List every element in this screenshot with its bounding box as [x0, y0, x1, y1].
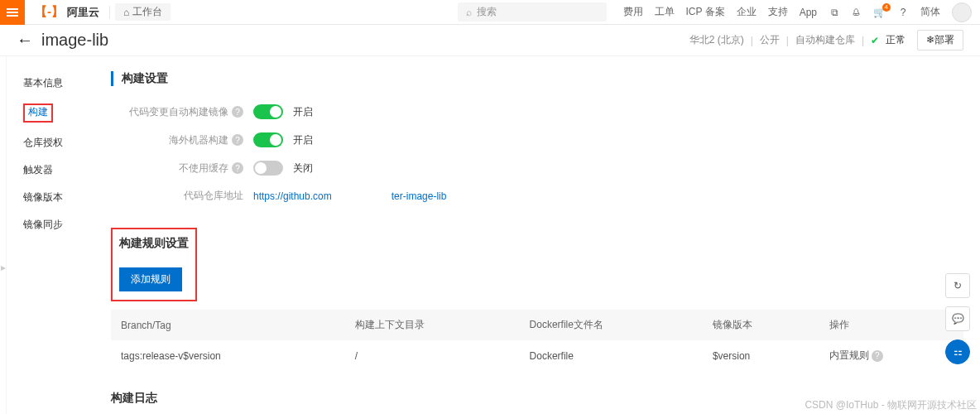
- help-icon[interactable]: ?: [232, 106, 243, 118]
- search-input[interactable]: ⌕ 搜索: [458, 2, 607, 22]
- apps-button[interactable]: ⚏: [945, 339, 970, 364]
- link-enterprise[interactable]: 企业: [737, 5, 757, 19]
- col-dockerfile: Dockerfile文件名: [520, 310, 703, 340]
- workbench-link[interactable]: ⌂ 工作台: [115, 3, 171, 21]
- drawer-handle[interactable]: ▸: [0, 56, 7, 414]
- deploy-button[interactable]: ❄部署: [917, 30, 963, 51]
- col-version: 镜像版本: [703, 310, 819, 340]
- setting-row-nocache: 不使用缓存? 关闭: [111, 154, 963, 182]
- toggle-autobuild[interactable]: [253, 104, 283, 119]
- help-icon[interactable]: ?: [872, 350, 883, 362]
- search-placeholder: 搜索: [477, 5, 497, 19]
- sidenav-item-sync[interactable]: 镜像同步: [23, 211, 98, 238]
- brand-text: 阿里云: [67, 5, 99, 20]
- state-nocache: 关闭: [293, 161, 313, 176]
- sidenav-item-trigger[interactable]: 触发器: [23, 156, 98, 184]
- floating-buttons: ↻ 💬 ⚏: [945, 273, 970, 364]
- cell-action: 内置规则 ?: [819, 340, 964, 371]
- toggle-overseas[interactable]: [253, 132, 283, 147]
- help-icon[interactable]: ?: [232, 162, 243, 174]
- link-icp[interactable]: ICP 备案: [686, 5, 725, 19]
- cart-badge: 4: [882, 3, 891, 12]
- toggle-nocache[interactable]: [253, 161, 283, 176]
- region-label: 华北2 (北京): [689, 33, 744, 47]
- cart-icon[interactable]: 🛒4: [873, 7, 886, 18]
- cell-version: $version: [703, 340, 819, 371]
- link-app[interactable]: App: [800, 7, 817, 18]
- repo-link[interactable]: https://github.com: [253, 190, 332, 202]
- help-icon[interactable]: ?: [897, 7, 909, 18]
- side-nav: 基本信息 构建 仓库授权 触发器 镜像版本 镜像同步: [7, 56, 98, 414]
- workbench-label: 工作台: [132, 5, 162, 19]
- build-settings-title: 构建设置: [122, 71, 963, 86]
- cell-dockerfile: Dockerfile: [520, 340, 703, 371]
- top-bar: 【-】 阿里云 ⌂ 工作台 ⌕ 搜索 费用 工单 ICP 备案 企业 支持 Ap…: [0, 0, 980, 25]
- divider: [109, 6, 110, 19]
- link-tickets[interactable]: 工单: [655, 5, 675, 19]
- cell-context: /: [345, 340, 520, 371]
- home-icon: ⌂: [123, 7, 129, 18]
- setting-row-overseas: 海外机器构建? 开启: [111, 126, 963, 154]
- watermark: CSDN @IoTHub - 物联网开源技术社区: [805, 398, 977, 412]
- page-header: ← image-lib 华北2 (北京) | 公开 | 自动构建仓库 | ✔ 正…: [0, 25, 980, 56]
- help-icon[interactable]: ?: [232, 134, 243, 146]
- status-check-icon: ✔: [871, 35, 879, 46]
- sidenav-item-basic[interactable]: 基本信息: [23, 70, 98, 97]
- link-support[interactable]: 支持: [768, 5, 788, 19]
- avatar[interactable]: [952, 2, 972, 22]
- rules-table: Branch/Tag 构建上下文目录 Dockerfile文件名 镜像版本 操作…: [111, 310, 963, 371]
- sidenav-item-build[interactable]: 构建: [23, 97, 98, 129]
- rules-title: 构建规则设置: [119, 236, 189, 251]
- back-arrow-icon[interactable]: ←: [17, 31, 41, 50]
- breadcrumb: 华北2 (北京) | 公开 | 自动构建仓库 | ✔ 正常: [689, 33, 906, 47]
- state-autobuild: 开启: [293, 105, 313, 119]
- terminal-icon[interactable]: ⧉: [829, 7, 840, 18]
- sidenav-item-version[interactable]: 镜像版本: [23, 184, 98, 211]
- cell-branch: tags:release-v$version: [111, 340, 345, 371]
- chat-button[interactable]: 💬: [945, 306, 970, 331]
- repo-type-label: 自动构建仓库: [795, 33, 855, 47]
- language-switch[interactable]: 简体: [920, 5, 940, 19]
- search-icon: ⌕: [466, 7, 472, 18]
- sidenav-item-auth[interactable]: 仓库授权: [23, 129, 98, 156]
- col-action: 操作: [819, 310, 964, 340]
- label-repo: 代码仓库地址: [184, 189, 243, 203]
- status-label: 正常: [886, 33, 906, 47]
- setting-row-repo: 代码仓库地址 https://github.com ter-image-lib: [111, 182, 963, 209]
- page-title: image-lib: [41, 31, 108, 50]
- brand[interactable]: 【-】 阿里云: [25, 4, 109, 20]
- top-links: 费用 工单 ICP 备案 企业 支持 App ⧉ 🕭 🛒4 ? 简体: [623, 2, 980, 22]
- menu-button[interactable]: [0, 0, 25, 25]
- state-overseas: 开启: [293, 133, 313, 147]
- add-rule-button[interactable]: 添加规则: [119, 267, 182, 291]
- label-nocache: 不使用缓存: [179, 161, 228, 176]
- notifications-icon[interactable]: 🕭: [852, 7, 862, 18]
- col-context: 构建上下文目录: [345, 310, 520, 340]
- col-branch: Branch/Tag: [111, 310, 345, 340]
- setting-row-autobuild: 代码变更自动构建镜像? 开启: [111, 98, 963, 126]
- refresh-button[interactable]: ↻: [945, 273, 970, 298]
- main-content: 构建设置 代码变更自动构建镜像? 开启 海外机器构建? 开启 不使用缓存? 关闭…: [98, 56, 980, 414]
- brand-logo-icon: 【-】: [35, 4, 64, 20]
- label-autobuild: 代码变更自动构建镜像: [129, 105, 228, 119]
- link-fees[interactable]: 费用: [623, 5, 643, 19]
- visibility-label: 公开: [760, 33, 780, 47]
- label-overseas: 海外机器构建: [169, 133, 228, 147]
- repo-suffix[interactable]: ter-image-lib: [392, 190, 447, 202]
- table-row: tags:release-v$version / Dockerfile $ver…: [111, 340, 963, 371]
